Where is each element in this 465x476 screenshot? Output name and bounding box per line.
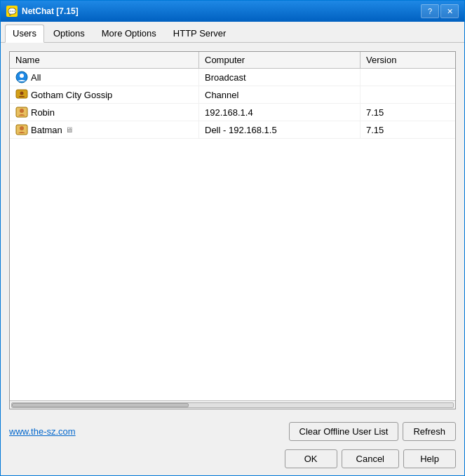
cell-version-all <box>360 69 455 86</box>
cancel-button[interactable]: Cancel <box>342 449 399 468</box>
help-footer-button[interactable]: Help <box>403 449 456 468</box>
cell-name-batman: Batman 🖥 <box>10 121 199 138</box>
refresh-button[interactable]: Refresh <box>403 422 456 441</box>
menu-bar: Users Options More Options HTTP Server <box>1 22 464 43</box>
svg-rect-4 <box>19 96 25 97</box>
title-bar-controls: ? ✕ <box>421 4 459 18</box>
name-gotham: Gotham City Gossip <box>31 90 112 100</box>
svg-point-6 <box>20 109 24 113</box>
users-table-container: Name Computer Version <box>9 51 456 409</box>
cell-computer-batman: Dell - 192.168.1.5 <box>199 121 360 138</box>
cell-version-robin: 7.15 <box>360 104 455 121</box>
app-icon: 💬 <box>6 6 18 17</box>
cell-name-robin: Robin <box>10 104 199 121</box>
user-batman-icon <box>15 123 28 136</box>
tab-options[interactable]: Options <box>46 25 93 42</box>
title-bar-left: 💬 NetChat [7.15] <box>6 6 79 17</box>
batman-badge-icon: 🖥 <box>65 125 73 134</box>
cell-computer-gotham: Channel <box>199 86 360 103</box>
col-header-computer: Computer <box>199 52 360 68</box>
horizontal-scrollbar[interactable] <box>10 400 455 409</box>
tab-http-server[interactable]: HTTP Server <box>166 25 234 42</box>
cell-computer-all: Broadcast <box>199 69 360 86</box>
name-robin: Robin <box>31 107 55 118</box>
footer-buttons: OK Cancel Help <box>1 445 464 475</box>
close-button[interactable]: ✕ <box>440 4 459 18</box>
scrollbar-thumb[interactable] <box>12 403 189 407</box>
table-row[interactable]: Robin 192.168.1.4 7.15 <box>10 104 455 121</box>
name-batman: Batman <box>31 125 62 135</box>
scrollbar-track[interactable] <box>11 402 454 408</box>
ok-button[interactable]: OK <box>285 449 337 468</box>
main-window: 💬 NetChat [7.15] ? ✕ Users Options More … <box>0 0 465 476</box>
bottom-buttons: Clear Offline User List Refresh <box>289 422 456 441</box>
table-row[interactable]: Batman 🖥 Dell - 192.168.1.5 7.15 <box>10 121 455 139</box>
bottom-bar: www.the-sz.com Clear Offline User List R… <box>1 418 464 445</box>
user-robin-icon <box>15 106 28 118</box>
window-title: NetChat [7.15] <box>22 6 79 16</box>
table-body: All Broadcast <box>10 69 455 400</box>
table-row[interactable]: All Broadcast <box>10 69 455 86</box>
svg-point-3 <box>20 92 24 95</box>
all-icon <box>15 71 28 83</box>
content-area: Name Computer Version <box>1 43 464 418</box>
cell-name-all: All <box>10 69 199 86</box>
title-bar: 💬 NetChat [7.15] ? ✕ <box>1 1 464 22</box>
cell-name-gotham: Gotham City Gossip <box>10 86 199 103</box>
svg-point-1 <box>20 74 24 78</box>
svg-point-8 <box>20 126 24 130</box>
clear-offline-button[interactable]: Clear Offline User List <box>289 422 399 441</box>
channel-icon <box>15 88 28 101</box>
tab-users[interactable]: Users <box>5 25 44 43</box>
name-all: All <box>31 72 41 83</box>
table-row[interactable]: Gotham City Gossip Channel <box>10 86 455 104</box>
col-header-version: Version <box>360 52 455 68</box>
table-header: Name Computer Version <box>10 52 455 69</box>
cell-version-batman: 7.15 <box>360 121 455 138</box>
col-header-name: Name <box>10 52 199 68</box>
website-link[interactable]: www.the-sz.com <box>9 426 76 437</box>
cell-version-gotham <box>360 86 455 103</box>
help-button[interactable]: ? <box>421 4 439 18</box>
cell-computer-robin: 192.168.1.4 <box>199 104 360 121</box>
tab-more-options[interactable]: More Options <box>94 25 164 42</box>
